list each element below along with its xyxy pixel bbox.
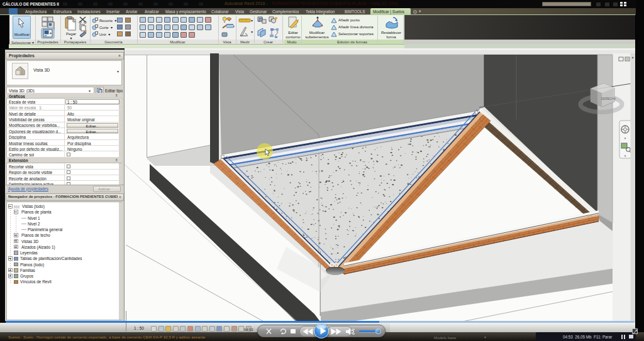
svg-text:▴: ▴ [631,55,633,59]
svg-text:DERECHA: DERECHA [601,97,616,100]
